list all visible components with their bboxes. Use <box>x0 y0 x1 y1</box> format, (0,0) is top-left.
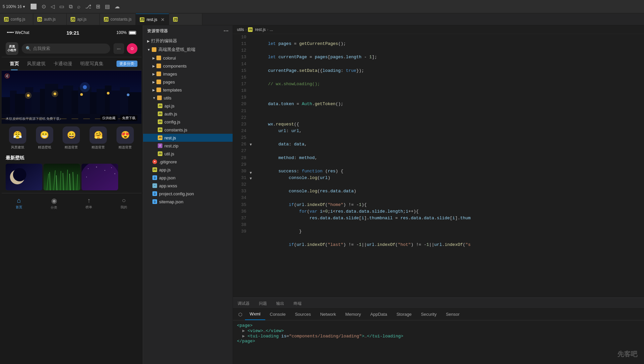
nav-home-icon: ⌂ <box>17 197 21 204</box>
file-appjson[interactable]: {} app.json <box>143 174 233 182</box>
nav-item-profile[interactable]: ○ 我的 <box>107 197 141 210</box>
banner-badge2: 免费下载 <box>120 115 137 121</box>
wechat-tab-cartoon[interactable]: 卡通动漫 <box>50 57 76 70</box>
section-title: 最新壁纸 <box>2 152 141 162</box>
wechat-menu-btn[interactable]: ··· <box>113 43 124 54</box>
icon-item-selected3[interactable]: 🤗 精选背景 <box>86 126 110 150</box>
wallpaper-item-2[interactable] <box>44 164 80 190</box>
folder-images[interactable]: ▶ images <box>143 70 233 78</box>
tab-auth[interactable]: JS auth.js <box>33 14 67 25</box>
tab-rest[interactable]: JS rest.js ✕ <box>136 14 169 25</box>
file-rest[interactable]: JS rest.js <box>143 134 233 142</box>
code-text[interactable]: let pages = getCurrentPages(); let curre… <box>255 34 644 297</box>
file-sitemap[interactable]: {} sitemap.json <box>143 198 233 206</box>
wallpaper-item-1[interactable] <box>6 164 42 190</box>
tab-extra[interactable]: JS <box>169 14 202 25</box>
devtools-inspect-icon[interactable]: ⬡ <box>236 310 245 319</box>
zoom-label[interactable]: 5 100% 16 ▾ <box>3 4 25 9</box>
project-folder-icon <box>152 47 156 52</box>
wechat-tab-landscape[interactable]: 风景建筑 <box>23 57 50 70</box>
devtools-tab-appdata[interactable]: AppData <box>366 308 392 320</box>
file-api[interactable]: JS api.js <box>143 102 233 110</box>
file-rest-zip[interactable]: Z rest.zip <box>143 142 233 150</box>
tab-config[interactable]: JS config.js <box>0 14 33 25</box>
cloud-icon[interactable]: ☁ <box>114 3 120 10</box>
svg-point-31 <box>13 168 26 181</box>
devtools-tab-memory[interactable]: Memory <box>341 308 366 320</box>
screen-icon[interactable]: ▭ <box>59 3 64 10</box>
colorui-icon <box>156 56 161 60</box>
file-constants[interactable]: JS constants.js <box>143 126 233 134</box>
utils-icon <box>157 95 162 100</box>
folder-pages[interactable]: ▶ pages <box>143 78 233 86</box>
file-projectconfig[interactable]: {} project.config.json <box>143 190 233 198</box>
config-js-icon: JS <box>158 119 162 124</box>
grid-icon[interactable]: ⊞ <box>96 3 100 10</box>
devtools-tab-sources[interactable]: Sources <box>290 308 316 320</box>
layout-icon[interactable]: ▤ <box>105 3 110 10</box>
nav-item-home[interactable]: ⌂ 首页 <box>2 197 37 210</box>
folder-templates[interactable]: ▶ templates <box>143 86 233 94</box>
folder-colorui[interactable]: ▶ colorui <box>143 54 233 62</box>
wechat-actions: ··· ⊙ <box>113 43 137 54</box>
status-right: 100% <box>116 30 136 35</box>
wechat-scan-btn[interactable]: ⊙ <box>127 43 137 54</box>
devtools-tab-storage[interactable]: Storage <box>392 308 416 320</box>
xml-line-loading[interactable]: ▶ <tui-loading is="components/loading/lo… <box>237 333 640 339</box>
tab-close-icon[interactable]: ✕ <box>161 17 165 22</box>
devtools-tab-security[interactable]: Security <box>416 308 441 320</box>
search-icon[interactable]: ⌕ <box>77 4 81 10</box>
constants-js-icon: JS <box>158 127 162 132</box>
devtools-tab-network[interactable]: Network <box>316 308 341 320</box>
icon-label-selected3: 精选背景 <box>92 145 105 150</box>
code-editor[interactable]: 10 11 12 13 14 15 16 17 18 19 20 21 22 2… <box>233 34 644 297</box>
gitignore-icon: ● <box>152 159 157 164</box>
folder-utils[interactable]: ▼ utils <box>143 94 233 102</box>
file-auth[interactable]: JS auth.js <box>143 110 233 118</box>
wechat-more-btn[interactable]: ·更多分类· <box>116 61 137 67</box>
devtools-tab-sensor[interactable]: Sensor <box>441 308 464 320</box>
file-gitignore[interactable]: ● .gitignore <box>143 158 233 166</box>
nav-item-category[interactable]: ◉ 分类 <box>37 197 72 210</box>
toolbar-icons: ⬜ ⊙ ◁ ▭ ⧉ ⌕ ⎇ ⊞ ▤ ☁ <box>30 3 120 10</box>
wechat-search[interactable]: 🔍 点我搜索 <box>22 44 110 54</box>
battery-label: 100% <box>116 30 127 35</box>
bottom-panel: 调试器 问题 输出 终端 ⬡ Wxml Console Sources Netw… <box>233 297 644 364</box>
templates-arrow: ▶ <box>152 88 155 92</box>
mute-icon[interactable]: ◁ <box>51 3 55 10</box>
bottom-tab-debugger[interactable]: 调试器 <box>233 299 254 308</box>
xml-line-view[interactable]: ▶ <view>…</view> <box>237 328 640 333</box>
bottom-tab-problems[interactable]: 问题 <box>254 299 272 308</box>
bottom-tab-output[interactable]: 输出 <box>272 299 289 308</box>
bottom-tab-terminal[interactable]: 终端 <box>289 299 306 308</box>
projectconfig-label: project.config.json <box>159 191 194 196</box>
tab-api[interactable]: JS api.js <box>67 14 100 25</box>
main-area: ••••• WeChat 19:21 100% 昇黑 小程序 <box>0 25 644 364</box>
nav-item-ranking[interactable]: ↑ 榜单 <box>72 197 107 210</box>
file-util[interactable]: JS util.js <box>143 150 233 158</box>
explorer-more-icon[interactable]: ··· <box>224 28 229 34</box>
project-root-arrow: ▼ <box>147 48 150 52</box>
images-label: images <box>163 72 177 77</box>
tab-api-label: api.js <box>77 17 87 22</box>
branch-icon[interactable]: ⎇ <box>85 3 91 10</box>
file-appwxss[interactable]: ~ app.wxss <box>143 182 233 190</box>
wechat-tab-stars[interactable]: 明星写真集 <box>76 57 107 70</box>
icon-item-landscape[interactable]: 😤 风景建筑 <box>6 126 30 150</box>
wechat-tab-home[interactable]: 首页 <box>6 57 23 70</box>
folder-components[interactable]: ▶ components <box>143 62 233 70</box>
devtools-tab-wxml[interactable]: Wxml <box>245 308 265 320</box>
icon-item-selected4[interactable]: 😍 精选背景 <box>113 126 137 150</box>
open-editors-section[interactable]: ▶ 打开的编辑器 <box>143 37 233 45</box>
wallpaper-item-3[interactable] <box>82 164 118 190</box>
devtools-tab-console[interactable]: Console <box>265 308 291 320</box>
device-icon[interactable]: ⬜ <box>30 3 37 10</box>
file-config[interactable]: JS config.js <box>143 118 233 126</box>
project-root[interactable]: ▼ 高端黑金壁纸_前端 <box>143 45 233 54</box>
record-icon[interactable]: ⊙ <box>42 3 46 10</box>
file-appjs[interactable]: JS app.js <box>143 166 233 174</box>
copy-icon[interactable]: ⧉ <box>69 4 73 10</box>
tab-constants[interactable]: JS constants.js <box>100 14 136 25</box>
icon-item-selected1[interactable]: 😁 精选壁纸 <box>32 126 57 150</box>
icon-item-selected2[interactable]: 😄 精选背景 <box>59 126 84 150</box>
